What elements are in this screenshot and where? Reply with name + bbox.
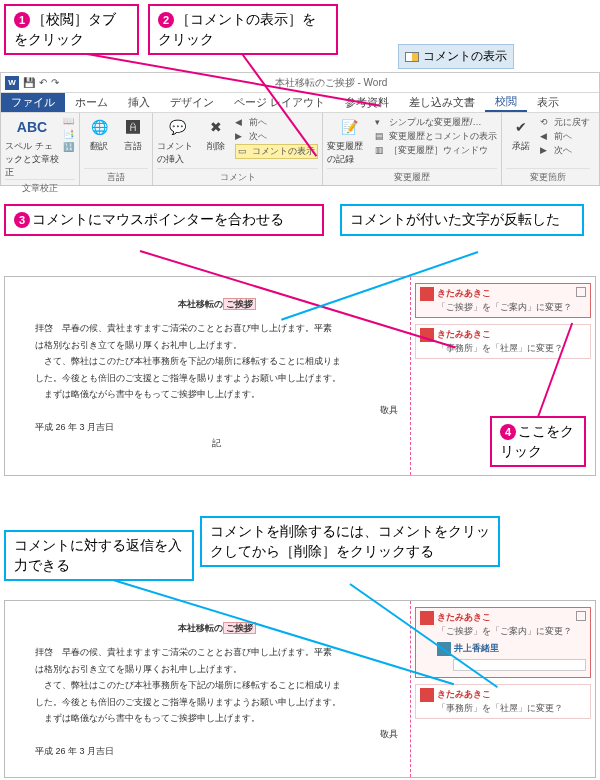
- show-comments-sample-button[interactable]: コメントの表示: [398, 44, 514, 69]
- reject-button[interactable]: ⟲元に戻す: [540, 116, 590, 129]
- markup-view-label: シンプルな変更履歴/…: [389, 116, 482, 129]
- reviewing-pane-button[interactable]: ▥［変更履歴］ウィンドウ: [375, 144, 497, 157]
- delete-comment-button[interactable]: ✖削除: [201, 116, 231, 153]
- next-comment-label: 次へ: [249, 130, 267, 143]
- tab-file[interactable]: ファイル: [1, 93, 65, 112]
- doc2-line-5: まずは略儀ながら書中をもってご挨拶申し上げます。: [35, 711, 398, 725]
- avatar-icon: [420, 287, 434, 301]
- track-changes-label: 変更履歴の記録: [327, 140, 371, 166]
- document-panel-2: 本社移転のご挨拶 拝啓 早春の候、貴社ますますご清栄のこととお喜び申し上げます。…: [4, 600, 596, 778]
- next-icon: ▶: [235, 131, 247, 143]
- reply-author: 井上香緒里: [454, 643, 499, 653]
- document-page: 本社移転のご挨拶 拝啓 早春の候、貴社ますますご清栄のこととお喜び申し上げます。…: [5, 277, 410, 475]
- prev-change-icon: ◀: [540, 131, 552, 143]
- next-change-button[interactable]: ▶次へ: [540, 144, 590, 157]
- group-proofing: ABC スペル チェックと文章校正 📖 📑 🔢 文章校正: [1, 113, 80, 185]
- translate-button[interactable]: 🌐翻訳: [84, 116, 114, 153]
- spellcheck-label: スペル チェックと文章校正: [5, 140, 59, 179]
- language-button[interactable]: 🅰言語: [118, 116, 148, 153]
- comment-1b[interactable]: きたみあきこ 「ご挨拶」を「ご案内」に変更？ 井上香緒里: [415, 607, 591, 678]
- step-badge-1: 1: [14, 12, 30, 28]
- qat-undo-icon[interactable]: ↶: [39, 77, 47, 88]
- doc-line-5: まずは略儀ながら書中をもってご挨拶申し上げます。: [35, 387, 398, 401]
- heading-pre-2: 本社移転の: [178, 623, 223, 633]
- doc-line-1: 拝啓 早春の候、貴社ますますご清栄のこととお喜び申し上げます。平素: [35, 321, 398, 335]
- group-proofing-label: 文章校正: [5, 179, 75, 195]
- show-markup-button[interactable]: ▤変更履歴とコメントの表示: [375, 130, 497, 143]
- doc-closing: 敬具: [35, 403, 398, 417]
- tab-view[interactable]: 表示: [527, 93, 569, 112]
- callout-7-text: コメントを削除するには、コメントをクリックしてから［削除］をクリックする: [210, 523, 490, 559]
- tab-mailings[interactable]: 差し込み文書: [399, 93, 485, 112]
- spellcheck-icon: ABC: [21, 116, 43, 138]
- markup-view-dropdown[interactable]: ▾シンプルな変更履歴/…: [375, 116, 497, 129]
- comment-1[interactable]: きたみあきこ 「ご挨拶」を「ご案内」に変更？: [415, 283, 591, 318]
- accept-button[interactable]: ✔承諾: [506, 116, 536, 153]
- track-changes-button[interactable]: 📝変更履歴の記録: [327, 116, 371, 166]
- doc2-line-4: した。今後とも倍旧のご支援とご指導を賜りますようお願い申し上げます。: [35, 695, 398, 709]
- book-icon: 📖: [63, 116, 75, 128]
- prev-change-label: 前へ: [554, 130, 572, 143]
- callout-2: 2［コメントの表示］をクリック: [148, 4, 338, 55]
- callout-6: コメントに対する返信を入力できる: [4, 530, 194, 581]
- spellcheck-button[interactable]: ABC スペル チェックと文章校正: [5, 116, 59, 179]
- doc-date: 平成 26 年 3 月吉日: [35, 420, 398, 434]
- qat-redo-icon[interactable]: ↷: [51, 77, 59, 88]
- new-comment-button[interactable]: 💬コメントの挿入: [157, 116, 197, 166]
- wordcount-button[interactable]: 🔢: [63, 142, 75, 154]
- comment-2b[interactable]: きたみあきこ 「事務所」を「社屋」に変更？: [415, 684, 591, 719]
- avatar-icon: [420, 688, 434, 702]
- group-changes-label: 変更箇所: [506, 168, 590, 184]
- tab-home[interactable]: ホーム: [65, 93, 118, 112]
- group-tracking: 📝変更履歴の記録 ▾シンプルな変更履歴/… ▤変更履歴とコメントの表示 ▥［変更…: [323, 113, 502, 185]
- accept-label: 承諾: [512, 140, 530, 153]
- delete-comment-icon: ✖: [205, 116, 227, 138]
- group-language-label: 言語: [84, 168, 148, 184]
- reviewing-pane-label: ［変更履歴］ウィンドウ: [389, 144, 488, 157]
- wordcount-icon: 🔢: [63, 142, 75, 154]
- prev-change-button[interactable]: ◀前へ: [540, 130, 590, 143]
- comment-2b-text: 「事務所」を「社屋」に変更？: [420, 702, 586, 715]
- tab-review[interactable]: 校閲: [485, 93, 527, 112]
- doc2-line-2: は格別なお引き立てを賜り厚くお礼申し上げます。: [35, 662, 398, 676]
- prev-icon: ◀: [235, 117, 247, 129]
- doc-line-2: は格別なお引き立てを賜り厚くお礼申し上げます。: [35, 338, 398, 352]
- callout-5: 4ここをクリック: [490, 416, 586, 467]
- heading-highlighted: ご挨拶: [223, 298, 256, 310]
- tab-insert[interactable]: 挿入: [118, 93, 160, 112]
- doc-separator: 記: [35, 436, 398, 450]
- comment-1b-text: 「ご挨拶」を「ご案内」に変更？: [420, 625, 586, 638]
- new-comment-label: コメントの挿入: [157, 140, 197, 166]
- ribbon-tabs: ファイル ホーム 挿入 デザイン ページ レイアウト 参考資料 差し込み文書 校…: [1, 93, 599, 113]
- callout-1: 1［校閲］タブをクリック: [4, 4, 139, 55]
- step-badge-2: 2: [158, 12, 174, 28]
- heading-pre: 本社移転の: [178, 299, 223, 309]
- tab-design[interactable]: デザイン: [160, 93, 224, 112]
- show-comments-small-label: コメントの表示: [252, 145, 315, 158]
- pane-icon: ▥: [375, 145, 387, 157]
- prev-comment-label: 前へ: [249, 116, 267, 129]
- show-comments-button[interactable]: ▭コメントの表示: [235, 144, 318, 159]
- qat-save-icon[interactable]: 💾: [23, 77, 35, 88]
- define-button[interactable]: 📖: [63, 116, 75, 128]
- avatar-icon: [420, 611, 434, 625]
- window-title: 本社移転のご挨拶 - Word: [63, 76, 599, 90]
- language-icon: 🅰: [122, 116, 144, 138]
- dropdown-icon: ▾: [375, 117, 387, 129]
- word-app-icon: W: [5, 76, 19, 90]
- callout-4-text: コメントが付いた文字が反転した: [350, 211, 560, 227]
- quick-access-toolbar: W 💾 ↶ ↷: [1, 76, 63, 90]
- comment-1b-reply-button[interactable]: [576, 611, 586, 621]
- group-tracking-label: 変更履歴: [327, 168, 497, 184]
- callout-7: コメントを削除するには、コメントをクリックしてから［削除］をクリックする: [200, 516, 500, 567]
- delete-comment-label: 削除: [207, 140, 225, 153]
- comment-1-author: きたみあきこ: [437, 288, 491, 298]
- callout-3: 3コメントにマウスポインターを合わせる: [4, 204, 324, 236]
- comment-1-reply-button[interactable]: [576, 287, 586, 297]
- step-badge-4: 4: [500, 424, 516, 440]
- thesaurus-button[interactable]: 📑: [63, 129, 75, 141]
- prev-comment-button[interactable]: ◀前へ: [235, 116, 318, 129]
- translate-label: 翻訳: [90, 140, 108, 153]
- translate-icon: 🌐: [88, 116, 110, 138]
- doc2-date: 平成 26 年 3 月吉日: [35, 744, 398, 758]
